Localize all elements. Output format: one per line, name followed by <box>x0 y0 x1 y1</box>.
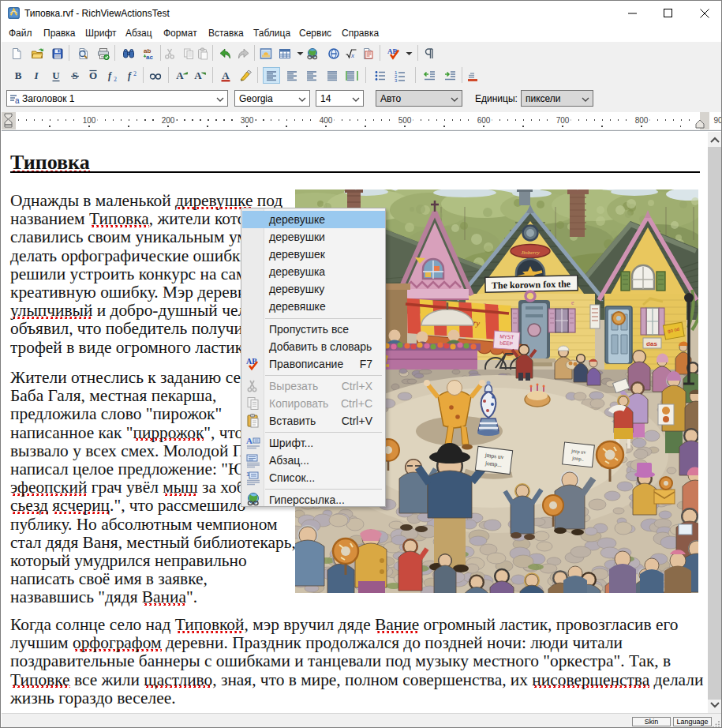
svg-text:U: U <box>52 69 60 81</box>
svg-text:The korown fox the: The korown fox the <box>492 278 571 291</box>
svg-text:B: B <box>15 69 22 81</box>
svg-text:S: S <box>72 69 77 81</box>
svg-text:2: 2 <box>114 76 117 82</box>
svg-text:I: I <box>33 69 39 81</box>
svg-text:A: A <box>222 69 230 81</box>
svg-text:O: O <box>89 69 97 81</box>
svg-text:a: a <box>15 96 20 105</box>
svg-text:A: A <box>246 436 253 445</box>
svg-text:f: f <box>108 70 112 81</box>
svg-text:e: e <box>571 299 574 306</box>
svg-text:MYST: MYST <box>499 333 514 340</box>
svg-text:Jinberry: Jinberry <box>521 249 541 255</box>
svg-text:A: A <box>176 69 184 81</box>
svg-text:das: das <box>646 340 657 347</box>
svg-text:ac: ac <box>146 54 153 60</box>
svg-text:f: f <box>128 70 132 81</box>
svg-text:2: 2 <box>133 70 137 77</box>
svg-text:x: x <box>350 51 354 59</box>
svg-text:bEEP: bEEP <box>499 340 513 346</box>
svg-text:A: A <box>194 69 202 81</box>
svg-text:3: 3 <box>395 78 398 82</box>
